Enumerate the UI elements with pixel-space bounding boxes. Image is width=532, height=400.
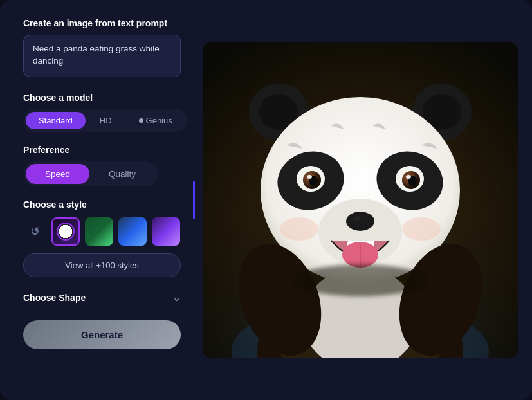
svg-point-23: [353, 216, 361, 221]
model-section: Choose a model Standard HD Genius: [23, 93, 181, 132]
svg-point-19: [307, 175, 312, 179]
preference-toggle: Speed Quality: [23, 161, 158, 186]
style-label: Choose a style: [23, 199, 181, 210]
svg-point-31: [296, 264, 425, 296]
model-standard-button[interactable]: Standard: [26, 112, 86, 129]
generate-button[interactable]: Generate: [23, 320, 181, 349]
style-thumb-2[interactable]: [85, 217, 113, 246]
side-indicator: [193, 181, 195, 219]
generated-image-container: [203, 42, 518, 358]
panda-circle-icon: [57, 223, 75, 241]
right-panel: [196, 0, 532, 400]
left-panel: Create an image from text prompt Choose …: [0, 0, 196, 400]
model-label: Choose a model: [23, 93, 181, 103]
panda-image: [203, 42, 518, 358]
style-section: Choose a style ↺ View all +100 styles: [23, 199, 181, 277]
preference-quality-button[interactable]: Quality: [89, 164, 155, 184]
prompt-input[interactable]: [23, 35, 181, 77]
app-container: Create an image from text prompt Choose …: [0, 0, 532, 400]
shape-label: Choose Shape: [23, 293, 86, 303]
style-refresh-button[interactable]: ↺: [23, 220, 46, 243]
panda-svg: [203, 42, 518, 358]
model-options: Standard HD Genius: [23, 109, 188, 132]
shape-header[interactable]: Choose Shape ⌄: [23, 290, 181, 305]
preference-label: Preference: [23, 145, 181, 155]
shape-section: Choose Shape ⌄: [23, 290, 181, 305]
chevron-down-icon: ⌄: [172, 291, 181, 304]
prompt-label: Create an image from text prompt: [23, 18, 181, 28]
view-all-styles-button[interactable]: View all +100 styles: [23, 253, 181, 277]
prompt-section: Create an image from text prompt: [23, 18, 181, 80]
preference-section: Preference Speed Quality: [23, 145, 181, 186]
style-thumb-panda[interactable]: [51, 217, 80, 246]
model-genius-button[interactable]: Genius: [126, 112, 185, 129]
model-hd-button[interactable]: HD: [87, 112, 125, 129]
svg-point-20: [406, 175, 411, 179]
svg-point-28: [402, 217, 441, 241]
svg-point-22: [346, 212, 374, 231]
style-thumbnails: ↺: [23, 217, 181, 246]
preference-speed-button[interactable]: Speed: [26, 164, 89, 184]
svg-point-27: [280, 217, 318, 241]
genius-dot-icon: [139, 118, 143, 123]
style-thumb-3[interactable]: [118, 217, 147, 246]
style-thumb-4[interactable]: [152, 217, 180, 246]
